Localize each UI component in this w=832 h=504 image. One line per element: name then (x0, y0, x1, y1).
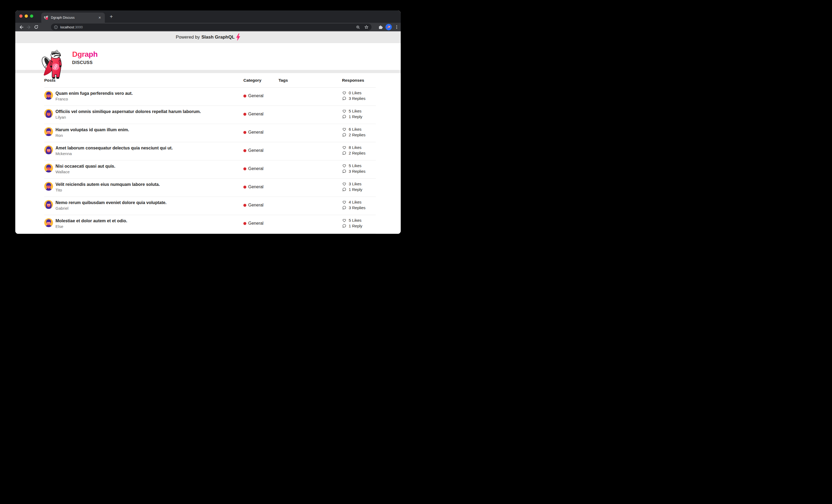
reply-bubble-icon (342, 114, 346, 119)
reply-bubble-icon (342, 133, 346, 137)
powered-by-banner: Powered by Slash GraphQL (15, 31, 401, 43)
url-host: localhost (60, 25, 74, 29)
heart-icon (342, 90, 346, 95)
dgraph-badger-logo[interactable] (42, 50, 67, 80)
tags-cell (279, 215, 342, 233)
reply-bubble-icon (342, 151, 346, 155)
category-cell[interactable]: General (243, 148, 279, 153)
zoom-icon[interactable] (356, 25, 360, 29)
post-row[interactable]: Nisi occaecati quasi aut quis. Wallace G… (44, 161, 376, 178)
reply-bubble-icon (342, 169, 346, 173)
responses-cell: 6 Likes 2 Replies (342, 124, 376, 142)
category-cell[interactable]: General (243, 221, 279, 226)
post-title[interactable]: Nemo rerum quibusdam eveniet dolore quia… (55, 200, 166, 205)
responses-cell: 5 Likes 3 Replies (342, 161, 376, 178)
reload-icon[interactable] (32, 23, 40, 31)
category-label: General (248, 221, 263, 226)
category-label: General (248, 185, 263, 189)
banner-brand: Slash GraphQL (202, 34, 235, 40)
post-row[interactable]: Officiis vel omnis similique aspernatur … (44, 106, 376, 124)
reply-bubble-icon (342, 96, 346, 101)
window-controls (19, 15, 33, 18)
post-title[interactable]: Quam enim fuga perferendis vero aut. (55, 91, 133, 96)
tags-cell (279, 88, 342, 106)
responses-cell: 5 Likes 1 Reply (342, 215, 376, 233)
category-dot (243, 186, 246, 189)
post-cell: Velit reiciendis autem eius numquam labo… (44, 178, 243, 197)
user-avatar (44, 109, 53, 118)
menu-dots-icon[interactable] (394, 25, 399, 29)
replies-count: 1 Reply (349, 114, 362, 119)
likes-count: 5 Likes (349, 218, 362, 223)
site-title[interactable]: Dgraph (72, 50, 98, 59)
likes-count: 6 Likes (349, 127, 362, 132)
column-header-posts: Posts (44, 78, 243, 83)
back-icon[interactable] (18, 23, 25, 31)
category-label: General (248, 166, 263, 171)
minimize-window-button[interactable] (25, 15, 28, 18)
reply-bubble-icon (342, 187, 346, 192)
post-row[interactable]: Amet laborum consequatur delectus quia n… (44, 142, 376, 161)
post-cell: Nisi occaecati quasi aut quis. Wallace (44, 161, 243, 178)
tags-cell (279, 124, 342, 142)
close-window-button[interactable] (19, 15, 23, 18)
category-dot (243, 94, 246, 97)
post-title[interactable]: Harum voluptas id quam illum enim. (55, 127, 129, 133)
user-avatar (44, 91, 53, 100)
category-cell[interactable]: General (243, 166, 279, 171)
post-author: Wallace (55, 169, 115, 175)
site-brand[interactable]: Dgraph DISCUSS (72, 50, 98, 65)
fullscreen-window-button[interactable] (30, 15, 33, 18)
user-avatar (44, 164, 53, 172)
new-tab-button[interactable]: + (108, 13, 114, 20)
post-title[interactable]: Molestiae et dolor autem et et odio. (55, 218, 127, 224)
post-title[interactable]: Officiis vel omnis similique aspernatur … (55, 109, 201, 114)
likes-count: 0 Likes (349, 90, 362, 95)
category-label: General (248, 203, 263, 207)
post-title[interactable]: Amet laborum consequatur delectus quia n… (55, 145, 173, 151)
extensions-puzzle-icon[interactable] (378, 25, 383, 30)
page-content: Powered by Slash GraphQL (15, 31, 401, 234)
header-divider-band (15, 70, 401, 73)
category-cell[interactable]: General (243, 130, 279, 135)
table-header-row: Posts Category Tags Responses (44, 73, 376, 88)
tab-close-icon[interactable]: ✕ (97, 15, 102, 20)
post-cell: Amet laborum consequatur delectus quia n… (44, 142, 243, 160)
replies-count: 3 Replies (349, 96, 366, 101)
category-cell[interactable]: General (243, 202, 279, 208)
post-author: Else (55, 224, 127, 229)
category-cell[interactable]: General (243, 93, 279, 99)
post-row[interactable]: Harum voluptas id quam illum enim. Ron G… (44, 124, 376, 142)
bookmark-star-icon[interactable] (364, 25, 369, 29)
posts-table: Posts Category Tags Responses (44, 73, 376, 233)
info-icon[interactable] (54, 25, 58, 29)
browser-tab[interactable]: Dgraph Discuss ✕ (41, 12, 105, 23)
user-avatar (44, 145, 53, 154)
post-author: Lilyan (55, 114, 201, 120)
replies-count: 1 Reply (349, 187, 362, 192)
forward-icon[interactable] (25, 23, 32, 31)
category-label: General (248, 93, 263, 98)
user-avatar (44, 127, 53, 136)
category-cell[interactable]: General (243, 184, 279, 190)
tags-cell (279, 142, 342, 160)
url-bar[interactable]: localhost:3000 (51, 24, 371, 30)
column-header-tags: Tags (279, 78, 342, 83)
responses-cell: 3 Likes 1 Reply (342, 178, 376, 197)
category-label: General (248, 130, 263, 135)
post-title[interactable]: Velit reiciendis autem eius numquam labo… (55, 182, 160, 187)
post-author: Tito (55, 187, 160, 193)
tags-cell (279, 178, 342, 197)
post-row[interactable]: Nemo rerum quibusdam eveniet dolore quia… (44, 197, 376, 215)
replies-count: 2 Replies (349, 151, 366, 155)
post-title[interactable]: Nisi occaecati quasi aut quis. (55, 164, 115, 169)
post-row[interactable]: Velit reiciendis autem eius numquam labo… (44, 178, 376, 197)
category-cell[interactable]: General (243, 111, 279, 117)
category-dot (243, 149, 246, 152)
profile-avatar[interactable] (386, 24, 392, 30)
replies-count: 3 Replies (349, 205, 366, 210)
tags-cell (279, 197, 342, 215)
post-row[interactable]: Quam enim fuga perferendis vero aut. Fra… (44, 88, 376, 106)
post-row[interactable]: Molestiae et dolor autem et et odio. Els… (44, 215, 376, 233)
likes-count: 5 Likes (349, 163, 362, 168)
